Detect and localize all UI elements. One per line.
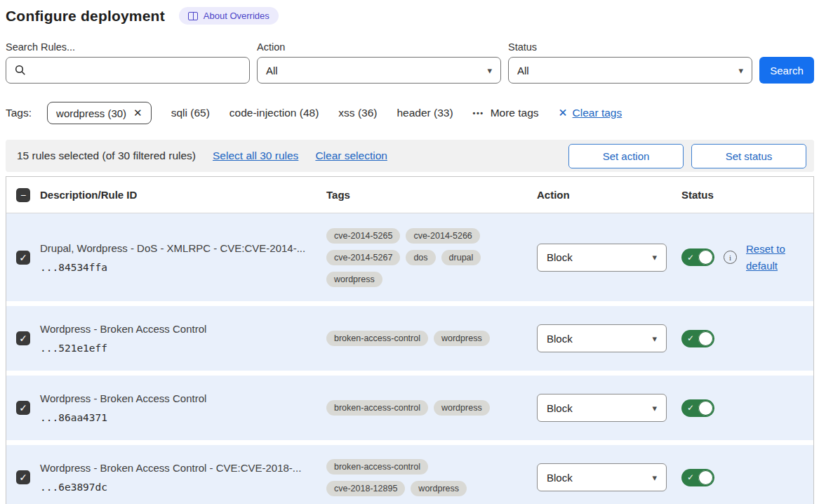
row-action-cell: Block ▾ [537,244,681,272]
tag-pill: broken-access-control [326,400,428,416]
action-filter-label: Action [257,41,501,53]
check-icon: ✓ [19,472,27,483]
row-tags: cve-2014-5265cve-2014-5266cve-2014-5267d… [326,228,505,287]
status-filter-value: All [517,65,529,77]
row-checkbox-cell: ✓ [6,470,40,484]
tag-pill: wordpress [434,331,490,346]
table-row: ✓ Wordpress - Broken Access Control ...5… [6,306,813,371]
chevron-down-icon: ▾ [652,252,657,263]
action-select[interactable]: Block ▾ [537,324,667,352]
rule-description: Drupal, Wordpress - DoS - XMLRPC - CVE:C… [40,242,326,254]
toggle-knob [698,250,713,265]
action-filter: Action All ▾ [257,41,501,84]
check-icon: ✓ [687,252,694,262]
row-tags: broken-access-controlcve-2018-12895wordp… [326,459,505,496]
check-icon: ✓ [687,403,694,413]
search-rules-input[interactable] [6,57,250,84]
table-header: − Description/Rule ID Tags Action Status [6,177,813,213]
table-row: ✓ Wordpress - Broken Access Control ...8… [6,376,813,440]
status-filter: Status All ▾ [508,41,752,84]
rule-description: Wordpress - Broken Access Control [40,323,326,335]
reset-to-default-link[interactable]: Reset to default [746,241,792,274]
tag-link-header[interactable]: header (33) [397,107,453,119]
set-status-button[interactable]: Set status [691,144,806,168]
about-overrides-badge[interactable]: About Overrides [179,7,279,25]
tag-link-xss[interactable]: xss (36) [338,107,377,119]
row-checkbox[interactable]: ✓ [16,331,30,345]
search-button[interactable]: Search [759,57,814,84]
action-filter-select[interactable]: All ▾ [257,57,501,84]
rule-id: ...6e3897dc [40,482,326,493]
close-icon: ✕ [559,107,568,119]
status-filter-label: Status [508,41,752,53]
search-rules-label: Search Rules... [6,41,250,53]
info-icon[interactable]: i [724,251,737,264]
tag-link-sqli[interactable]: sqli (65) [171,107,210,119]
selection-bar: 15 rules selected (of 30 filtered rules)… [6,140,814,172]
action-filter-value: All [266,65,278,77]
select-all-checkbox[interactable]: − [16,188,30,202]
row-action-cell: Block ▾ [537,324,681,352]
row-tags: broken-access-controlwordpress [326,400,505,416]
row-status-cell: ✓ i Reset to default [681,241,813,274]
row-checkbox[interactable]: ✓ [16,401,30,415]
tag-pill: drupal [441,250,481,265]
action-select-value: Block [547,251,573,263]
close-icon[interactable]: ✕ [133,107,142,119]
clear-tags-link[interactable]: ✕ Clear tags [559,107,622,119]
row-action-cell: Block ▾ [537,394,681,422]
action-select-value: Block [547,402,573,414]
tag-link-code-injection[interactable]: code-injection (48) [229,107,319,119]
chevron-down-icon: ▾ [487,65,492,76]
row-tags: broken-access-controlwordpress [326,331,505,346]
tags-bar: Tags: wordpress (30) ✕ sqli (65) code-in… [6,102,814,124]
status-toggle[interactable]: ✓ [681,330,714,347]
book-icon [188,12,198,20]
header-action: Action [537,189,681,201]
action-select[interactable]: Block ▾ [537,244,667,272]
tag-pill: cve-2014-5266 [406,228,479,244]
status-toggle[interactable]: ✓ [681,399,714,417]
rules-table: − Description/Rule ID Tags Action Status… [6,176,814,504]
rule-id: ...86aa4371 [40,412,326,423]
select-all-link[interactable]: Select all 30 rules [213,150,298,162]
check-icon: ✓ [687,333,694,343]
chevron-down-icon: ▾ [652,333,657,344]
status-filter-select[interactable]: All ▾ [508,57,752,84]
more-tags-label: More tags [491,107,539,119]
header-description: Description/Rule ID [40,189,326,201]
table-row: ✓ Wordpress - Broken Access Control - CV… [6,445,813,504]
search-icon [15,65,26,76]
tag-pill: cve-2014-5265 [326,228,400,244]
row-checkbox[interactable]: ✓ [16,251,30,265]
header-status: Status [681,189,813,201]
row-description-cell: Wordpress - Broken Access Control ...86a… [40,392,326,423]
action-select[interactable]: Block ▾ [537,394,667,422]
configure-deployment-page: Configure deployment About Overrides Sea… [0,0,819,504]
reset-to-default-label: Reset to default [746,243,785,272]
rule-description: Wordpress - Broken Access Control - CVE:… [40,462,326,474]
row-description-cell: Wordpress - Broken Access Control ...521… [40,323,326,354]
row-description-cell: Drupal, Wordpress - DoS - XMLRPC - CVE:C… [40,242,326,273]
title-row: Configure deployment About Overrides [6,7,814,25]
more-tags-button[interactable]: ••• More tags [473,107,539,119]
row-checkbox-cell: ✓ [6,251,40,265]
action-select[interactable]: Block ▾ [537,463,667,491]
row-checkbox[interactable]: ✓ [16,470,30,484]
row-action-cell: Block ▾ [537,463,681,491]
page-title: Configure deployment [6,8,165,25]
selected-tag-wordpress[interactable]: wordpress (30) ✕ [47,102,152,124]
row-status-cell: ✓ i [681,469,813,486]
tag-pill: broken-access-control [326,331,428,346]
status-toggle[interactable]: ✓ [681,248,714,266]
tag-pill: cve-2014-5267 [326,250,400,265]
indeterminate-icon: − [20,190,26,201]
about-overrides-label: About Overrides [204,11,269,21]
clear-selection-link[interactable]: Clear selection [315,150,387,162]
status-toggle[interactable]: ✓ [681,469,714,486]
clear-tags-label: Clear tags [573,107,622,119]
tag-pill: wordpress [411,481,467,496]
set-action-button[interactable]: Set action [568,144,684,168]
row-checkbox-cell: ✓ [6,401,40,415]
toggle-knob [698,470,713,485]
